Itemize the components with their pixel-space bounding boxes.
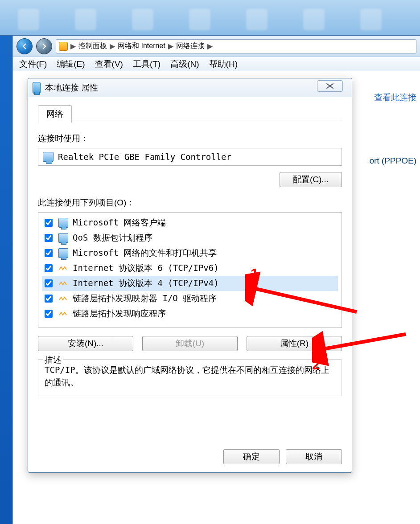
- breadcrumb-sep-icon: ▶: [168, 42, 173, 50]
- network-item-checkbox[interactable]: [45, 310, 53, 318]
- network-item-label: Internet 协议版本 6 (TCP/IPv6): [73, 262, 219, 274]
- menu-edit[interactable]: 编辑(E): [57, 58, 85, 70]
- network-item-label: Microsoft 网络的文件和打印机共享: [73, 247, 217, 259]
- breadcrumb-network-connections[interactable]: 网络连接: [176, 41, 205, 51]
- menu-tools[interactable]: 工具(T): [133, 58, 161, 70]
- network-item-checkbox[interactable]: [45, 279, 53, 287]
- network-item-label: Internet 协议版本 4 (TCP/IPv4): [73, 278, 219, 289]
- network-item-label: QoS 数据包计划程序: [73, 232, 152, 244]
- network-item-label: Microsoft 网络客户端: [73, 217, 166, 229]
- breadcrumb-sep-icon: ▶: [110, 42, 115, 50]
- item-action-row: 安装(N)... 卸载(U) 属性(R): [38, 336, 342, 351]
- description-group-label: 描述: [43, 354, 63, 366]
- breadcrumb-sep-icon: ▶: [70, 42, 76, 50]
- protocol-icon: [58, 309, 68, 319]
- network-item[interactable]: Microsoft 网络的文件和打印机共享: [42, 246, 338, 261]
- dialog-body: 网络 连接时使用： Realtek PCIe GBE Family Contro…: [28, 97, 352, 401]
- computer-icon: [58, 233, 68, 243]
- network-item[interactable]: Internet 协议版本 6 (TCP/IPv6): [42, 261, 338, 276]
- connect-using-label: 连接时使用：: [38, 133, 342, 144]
- dialog-tabs: 网络: [38, 105, 342, 123]
- description-group: 描述 TCP/IP。该协议是默认的广域网络协议，它提供在不同的相互连接的网络上的…: [38, 359, 342, 396]
- adapter-field[interactable]: Realtek PCIe GBE Family Controller: [38, 148, 342, 166]
- breadcrumb-control-panel[interactable]: 控制面板: [78, 41, 107, 51]
- install-button[interactable]: 安装(N)...: [38, 336, 133, 351]
- dialog-titlebar[interactable]: 本地连接 属性: [28, 78, 352, 97]
- network-item[interactable]: Microsoft 网络客户端: [42, 215, 338, 230]
- configure-button[interactable]: 配置(C)...: [280, 172, 342, 187]
- adapter-name: Realtek PCIe GBE Family Controller: [58, 152, 231, 162]
- uninstall-button[interactable]: 卸载(U): [142, 336, 238, 351]
- network-items-list[interactable]: Microsoft 网络客户端QoS 数据包计划程序Microsoft 网络的文…: [38, 212, 342, 328]
- protocol-icon: [58, 263, 68, 273]
- network-item-checkbox[interactable]: [45, 219, 53, 227]
- breadcrumb-network-internet[interactable]: 网络和 Internet: [118, 41, 165, 51]
- taskbar-icons: [18, 9, 382, 30]
- network-item[interactable]: QoS 数据包计划程序: [42, 230, 338, 246]
- annotation-number-1: 1: [251, 266, 259, 282]
- network-item-checkbox[interactable]: [45, 264, 53, 272]
- nav-back-button[interactable]: [16, 38, 33, 54]
- tab-border: [38, 120, 342, 120]
- network-item[interactable]: 链路层拓扑发现映射器 I/O 驱动程序: [42, 291, 338, 306]
- network-item-label: 链路层拓扑发现映射器 I/O 驱动程序: [73, 293, 217, 304]
- adapter-icon: [43, 152, 54, 162]
- description-text: TCP/IP。该协议是默认的广域网络协议，它提供在不同的相互连接的网络上的通讯。: [45, 364, 335, 389]
- computer-icon: [58, 218, 68, 228]
- menubar: 文件(F) 编辑(E) 查看(V) 工具(T) 高级(N) 帮助(H): [13, 57, 420, 71]
- tab-network[interactable]: 网络: [38, 105, 72, 123]
- breadcrumb-sep-icon: ▶: [207, 42, 213, 50]
- taskbar-background: [0, 0, 420, 36]
- view-this-connection-link[interactable]: 查看此连接: [374, 92, 416, 103]
- breadcrumb-root-icon: [59, 42, 68, 51]
- address-bar[interactable]: ▶ 控制面板 ▶ 网络和 Internet ▶ 网络连接 ▶: [56, 39, 416, 53]
- dialog-close-button[interactable]: [317, 80, 343, 92]
- protocol-icon: [58, 294, 68, 303]
- network-item[interactable]: 链路层拓扑发现响应程序: [42, 306, 338, 321]
- menu-view[interactable]: 查看(V): [95, 58, 123, 70]
- menu-file[interactable]: 文件(F): [19, 58, 47, 70]
- computer-icon: [58, 248, 68, 258]
- protocol-icon: [58, 278, 68, 288]
- network-item-checkbox[interactable]: [45, 295, 53, 303]
- properties-button[interactable]: 属性(R): [247, 336, 342, 351]
- dialog-title: 本地连接 属性: [45, 82, 98, 94]
- network-item[interactable]: Internet 协议版本 4 (TCP/IPv4): [42, 276, 338, 291]
- dialog-footer: 确定 取消: [223, 449, 342, 464]
- ok-button[interactable]: 确定: [223, 449, 280, 464]
- nav-forward-button[interactable]: [36, 38, 52, 54]
- desktop-sliver: [0, 36, 12, 524]
- items-label: 此连接使用下列项目(O)：: [38, 197, 342, 209]
- explorer-navbar: ▶ 控制面板 ▶ 网络和 Internet ▶ 网络连接 ▶: [13, 36, 420, 57]
- menu-adv[interactable]: 高级(N): [170, 58, 199, 70]
- cancel-button[interactable]: 取消: [286, 449, 342, 464]
- connection-properties-dialog: 本地连接 属性 网络 连接时使用： Realtek PCIe GBE Famil…: [28, 78, 352, 473]
- network-item-checkbox[interactable]: [45, 234, 53, 242]
- network-item-checkbox[interactable]: [45, 249, 53, 257]
- close-icon: [325, 83, 335, 89]
- pppoe-text-fragment: ort (PPPOE): [369, 156, 416, 166]
- annotation-number-2: 2: [312, 356, 320, 373]
- menu-help[interactable]: 帮助(H): [209, 58, 238, 70]
- dialog-network-icon: [33, 82, 41, 94]
- network-item-label: 链路层拓扑发现响应程序: [73, 308, 166, 319]
